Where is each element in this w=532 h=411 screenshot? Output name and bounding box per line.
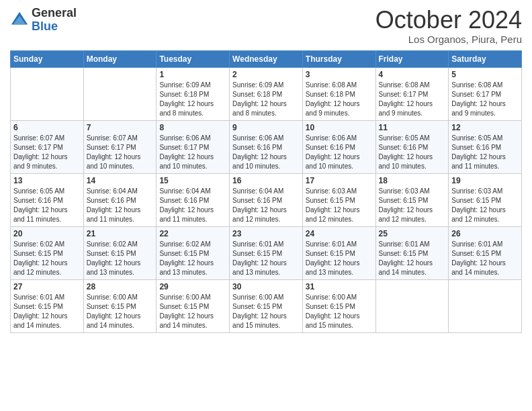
day-number: 25: [379, 229, 446, 238]
day-number: 26: [451, 229, 519, 238]
calendar-cell: [83, 67, 157, 120]
day-info: Sunrise: 6:03 AM Sunset: 6:15 PM Dayligh…: [379, 187, 446, 224]
calendar-week-row: 27Sunrise: 6:01 AM Sunset: 6:15 PM Dayli…: [11, 279, 522, 332]
calendar-cell: 4Sunrise: 6:08 AM Sunset: 6:17 PM Daylig…: [375, 67, 449, 120]
title-area: October 2024 Los Organos, Piura, Peru: [375, 7, 522, 45]
day-info: Sunrise: 6:04 AM Sunset: 6:16 PM Dayligh…: [232, 187, 300, 224]
weekday-header-row: SundayMondayTuesdayWednesdayThursdayFrid…: [11, 50, 522, 67]
day-info: Sunrise: 6:01 AM Sunset: 6:15 PM Dayligh…: [13, 293, 81, 330]
weekday-header: Tuesday: [157, 50, 230, 67]
logo-text: General Blue: [32, 7, 77, 34]
day-number: 23: [232, 229, 300, 238]
calendar-cell: 16Sunrise: 6:04 AM Sunset: 6:16 PM Dayli…: [230, 173, 303, 226]
calendar-cell: 1Sunrise: 6:09 AM Sunset: 6:18 PM Daylig…: [157, 67, 230, 120]
day-info: Sunrise: 6:05 AM Sunset: 6:16 PM Dayligh…: [13, 187, 81, 224]
calendar-cell: 10Sunrise: 6:06 AM Sunset: 6:16 PM Dayli…: [302, 120, 375, 173]
calendar-cell: 2Sunrise: 6:09 AM Sunset: 6:18 PM Daylig…: [230, 67, 303, 120]
calendar-cell: 14Sunrise: 6:04 AM Sunset: 6:16 PM Dayli…: [83, 173, 157, 226]
calendar: SundayMondayTuesdayWednesdayThursdayFrid…: [10, 50, 522, 333]
day-info: Sunrise: 6:00 AM Sunset: 6:15 PM Dayligh…: [306, 293, 373, 330]
day-number: 6: [13, 123, 81, 132]
logo-general: General: [32, 7, 77, 20]
day-info: Sunrise: 6:04 AM Sunset: 6:16 PM Dayligh…: [159, 187, 226, 224]
day-number: 9: [232, 123, 300, 132]
day-number: 7: [87, 123, 154, 132]
day-info: Sunrise: 6:01 AM Sunset: 6:15 PM Dayligh…: [379, 240, 446, 277]
day-number: 3: [306, 70, 373, 79]
day-info: Sunrise: 6:07 AM Sunset: 6:17 PM Dayligh…: [13, 134, 81, 171]
day-info: Sunrise: 6:01 AM Sunset: 6:15 PM Dayligh…: [306, 240, 373, 277]
day-info: Sunrise: 6:03 AM Sunset: 6:15 PM Dayligh…: [451, 187, 519, 224]
day-info: Sunrise: 6:07 AM Sunset: 6:17 PM Dayligh…: [87, 134, 154, 171]
day-info: Sunrise: 6:00 AM Sunset: 6:15 PM Dayligh…: [159, 293, 226, 330]
day-info: Sunrise: 6:05 AM Sunset: 6:16 PM Dayligh…: [451, 134, 519, 171]
weekday-header: Wednesday: [230, 50, 303, 67]
calendar-cell: 21Sunrise: 6:02 AM Sunset: 6:15 PM Dayli…: [83, 226, 157, 279]
day-number: 17: [306, 176, 373, 185]
header: General Blue October 2024 Los Organos, P…: [10, 7, 522, 45]
calendar-body: 1Sunrise: 6:09 AM Sunset: 6:18 PM Daylig…: [11, 67, 522, 332]
calendar-cell: 23Sunrise: 6:01 AM Sunset: 6:15 PM Dayli…: [230, 226, 303, 279]
day-number: 15: [159, 176, 226, 185]
day-number: 10: [306, 123, 373, 132]
calendar-cell: [375, 279, 449, 332]
day-number: 13: [13, 176, 81, 185]
calendar-cell: 20Sunrise: 6:02 AM Sunset: 6:15 PM Dayli…: [11, 226, 84, 279]
weekday-header: Saturday: [449, 50, 522, 67]
weekday-header: Thursday: [302, 50, 375, 67]
day-info: Sunrise: 6:03 AM Sunset: 6:15 PM Dayligh…: [306, 187, 373, 224]
calendar-cell: 26Sunrise: 6:01 AM Sunset: 6:15 PM Dayli…: [449, 226, 522, 279]
weekday-header: Sunday: [11, 50, 84, 67]
day-info: Sunrise: 6:02 AM Sunset: 6:15 PM Dayligh…: [13, 240, 81, 277]
calendar-cell: 27Sunrise: 6:01 AM Sunset: 6:15 PM Dayli…: [11, 279, 84, 332]
day-info: Sunrise: 6:00 AM Sunset: 6:15 PM Dayligh…: [232, 293, 300, 330]
day-info: Sunrise: 6:09 AM Sunset: 6:18 PM Dayligh…: [232, 81, 300, 118]
day-info: Sunrise: 6:08 AM Sunset: 6:18 PM Dayligh…: [306, 81, 373, 118]
calendar-cell: 15Sunrise: 6:04 AM Sunset: 6:16 PM Dayli…: [157, 173, 230, 226]
day-info: Sunrise: 6:02 AM Sunset: 6:15 PM Dayligh…: [87, 240, 154, 277]
day-number: 18: [379, 176, 446, 185]
day-number: 12: [451, 123, 519, 132]
day-number: 14: [87, 176, 154, 185]
calendar-week-row: 20Sunrise: 6:02 AM Sunset: 6:15 PM Dayli…: [11, 226, 522, 279]
logo: General Blue: [10, 7, 77, 34]
calendar-cell: 13Sunrise: 6:05 AM Sunset: 6:16 PM Dayli…: [11, 173, 84, 226]
day-number: 2: [232, 70, 300, 79]
calendar-cell: 31Sunrise: 6:00 AM Sunset: 6:15 PM Dayli…: [302, 279, 375, 332]
day-number: 29: [159, 282, 226, 291]
calendar-cell: 3Sunrise: 6:08 AM Sunset: 6:18 PM Daylig…: [302, 67, 375, 120]
day-number: 30: [232, 282, 300, 291]
day-number: 24: [306, 229, 373, 238]
day-info: Sunrise: 6:09 AM Sunset: 6:18 PM Dayligh…: [159, 81, 226, 118]
calendar-cell: 17Sunrise: 6:03 AM Sunset: 6:15 PM Dayli…: [302, 173, 375, 226]
day-info: Sunrise: 6:01 AM Sunset: 6:15 PM Dayligh…: [451, 240, 519, 277]
calendar-cell: 22Sunrise: 6:02 AM Sunset: 6:15 PM Dayli…: [157, 226, 230, 279]
day-info: Sunrise: 6:01 AM Sunset: 6:15 PM Dayligh…: [232, 240, 300, 277]
calendar-cell: 9Sunrise: 6:06 AM Sunset: 6:16 PM Daylig…: [230, 120, 303, 173]
calendar-cell: 19Sunrise: 6:03 AM Sunset: 6:15 PM Dayli…: [449, 173, 522, 226]
day-info: Sunrise: 6:04 AM Sunset: 6:16 PM Dayligh…: [87, 187, 154, 224]
calendar-cell: 5Sunrise: 6:08 AM Sunset: 6:17 PM Daylig…: [449, 67, 522, 120]
day-number: 31: [306, 282, 373, 291]
day-info: Sunrise: 6:08 AM Sunset: 6:17 PM Dayligh…: [451, 81, 519, 118]
subtitle: Los Organos, Piura, Peru: [375, 34, 522, 45]
weekday-header: Friday: [375, 50, 449, 67]
calendar-cell: 28Sunrise: 6:00 AM Sunset: 6:15 PM Dayli…: [83, 279, 157, 332]
calendar-cell: 7Sunrise: 6:07 AM Sunset: 6:17 PM Daylig…: [83, 120, 157, 173]
day-number: 5: [451, 70, 519, 79]
day-info: Sunrise: 6:02 AM Sunset: 6:15 PM Dayligh…: [159, 240, 226, 277]
day-number: 1: [159, 70, 226, 79]
day-number: 4: [379, 70, 446, 79]
day-number: 20: [13, 229, 81, 238]
weekday-header: Monday: [83, 50, 157, 67]
calendar-cell: 29Sunrise: 6:00 AM Sunset: 6:15 PM Dayli…: [157, 279, 230, 332]
day-info: Sunrise: 6:00 AM Sunset: 6:15 PM Dayligh…: [87, 293, 154, 330]
month-title: October 2024: [375, 7, 522, 34]
logo-blue: Blue: [32, 20, 77, 34]
calendar-cell: 6Sunrise: 6:07 AM Sunset: 6:17 PM Daylig…: [11, 120, 84, 173]
calendar-cell: 30Sunrise: 6:00 AM Sunset: 6:15 PM Dayli…: [230, 279, 303, 332]
logo-icon: [10, 11, 29, 30]
day-number: 19: [451, 176, 519, 185]
day-info: Sunrise: 6:06 AM Sunset: 6:17 PM Dayligh…: [159, 134, 226, 171]
day-number: 16: [232, 176, 300, 185]
